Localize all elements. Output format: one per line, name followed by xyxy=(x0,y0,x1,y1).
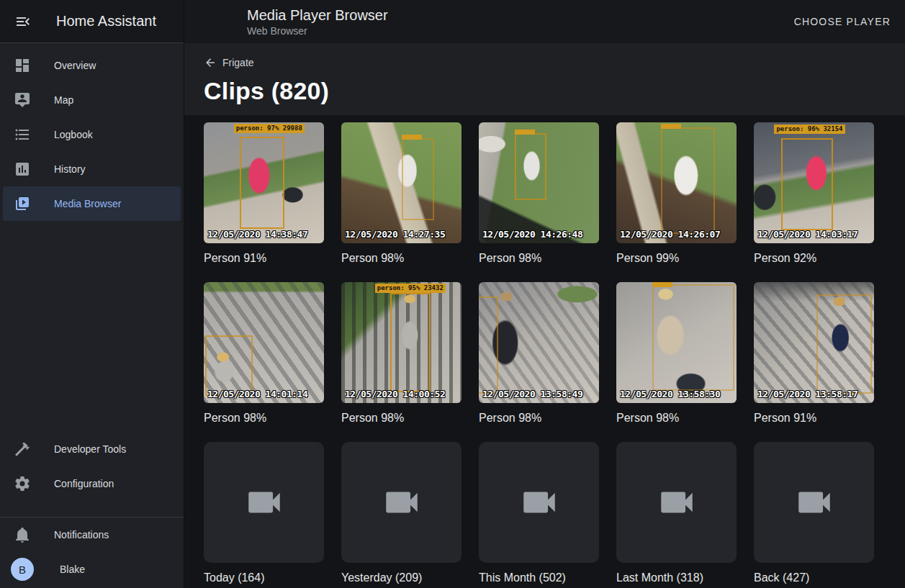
sidebar-item-label: Media Browser xyxy=(54,198,121,209)
folder-caption: This Month (502) xyxy=(479,570,599,586)
clip-thumbnail: 12/05/2020 13:58:17 xyxy=(754,282,874,403)
clip-item[interactable]: 12/05/2020 14:01:14 Person 98% xyxy=(204,282,324,426)
topbar: Media Player Browser Web Browser CHOOSE … xyxy=(184,0,905,43)
sidebar-item-label: Logbook xyxy=(54,129,93,140)
clip-timestamp: 12/05/2020 13:58:49 xyxy=(482,389,582,399)
folder-caption: Yesterday (209) xyxy=(341,570,461,586)
sidebar-item-configuration[interactable]: Configuration xyxy=(0,466,184,501)
folder-item-yesterday[interactable]: Yesterday (209) xyxy=(341,442,461,586)
sidebar-item-history[interactable]: History xyxy=(0,152,184,186)
clip-item[interactable]: 12/05/2020 14:26:48 Person 98% xyxy=(479,122,599,266)
sidebar-item-label: Map xyxy=(54,94,73,106)
clip-thumbnail: 12/05/2020 14:26:48 xyxy=(479,122,599,243)
format-list-bulleted-icon xyxy=(14,126,31,143)
menu-open-icon xyxy=(14,13,32,30)
clip-caption: Person 98% xyxy=(204,410,324,426)
video-icon xyxy=(656,481,698,523)
video-icon xyxy=(793,481,835,523)
folder-caption: Last Month (318) xyxy=(616,570,737,586)
detection-label xyxy=(661,124,681,129)
clip-thumbnail: 12/05/2020 13:58:30 xyxy=(616,282,737,403)
page-subtitle: Web Browser xyxy=(247,25,388,37)
detection-label xyxy=(515,130,535,135)
folder-item-back[interactable]: Back (427) xyxy=(754,442,874,586)
clip-caption: Person 92% xyxy=(754,250,874,266)
sidebar-item-label: Notifications xyxy=(54,529,109,540)
clip-timestamp: 12/05/2020 14:03:17 xyxy=(757,229,857,240)
folder-item-this-month[interactable]: This Month (502) xyxy=(479,442,599,586)
chart-box-icon xyxy=(14,160,31,178)
sidebar-item-label: Overview xyxy=(54,60,96,71)
sidebar-item-notifications[interactable]: Notifications xyxy=(0,517,184,552)
main-area: Media Player Browser Web Browser CHOOSE … xyxy=(184,0,905,588)
view-dashboard-icon xyxy=(14,57,31,74)
detection-label: person: 95% 23432 xyxy=(375,284,446,293)
detection-label: person: 97% 29988 xyxy=(234,124,305,133)
detection-label xyxy=(652,282,672,287)
folder-tile xyxy=(616,442,737,563)
cog-icon xyxy=(14,475,31,492)
clip-timestamp: 12/05/2020 14:27:35 xyxy=(345,229,445,240)
sidebar-item-logbook[interactable]: Logbook xyxy=(0,117,184,152)
hammer-icon xyxy=(14,440,31,458)
sidebar-item-label: Developer Tools xyxy=(54,443,126,455)
sidebar-footer: Developer Tools Configuration Notificati… xyxy=(0,432,184,587)
clip-thumbnail: 12/05/2020 14:01:14 xyxy=(204,282,324,403)
sidebar-item-overview[interactable]: Overview xyxy=(0,48,184,83)
folder-tile xyxy=(479,442,599,563)
detection-label: person: 96% 32154 xyxy=(774,125,845,134)
breadcrumb[interactable]: Frigate xyxy=(204,56,254,69)
folder-item-last-month[interactable]: Last Month (318) xyxy=(616,442,737,586)
app-window: Home Assistant Overview Map Logbook Hist… xyxy=(0,0,905,588)
sidebar-item-profile[interactable]: B Blake xyxy=(0,552,184,587)
view-header: Frigate Clips (820) xyxy=(184,43,905,115)
clip-item[interactable]: 12/05/2020 13:58:17 Person 91% xyxy=(754,282,874,426)
user-name: Blake xyxy=(60,564,85,575)
detection-bounding-box xyxy=(515,133,546,199)
clip-item[interactable]: 12/05/2020 14:26:07 Person 99% xyxy=(616,122,737,266)
clip-thumbnail: person: 96% 32154 12/05/2020 14:03:17 xyxy=(754,122,874,243)
detection-bounding-box xyxy=(781,138,833,230)
clip-item[interactable]: 12/05/2020 13:58:30 Person 98% xyxy=(616,282,737,426)
sidebar-item-map[interactable]: Map xyxy=(0,83,184,117)
detection-bounding-box xyxy=(816,294,872,394)
choose-player-button[interactable]: CHOOSE PLAYER xyxy=(794,10,891,33)
clip-thumbnail: person: 97% 29988 12/05/2020 14:38:47 xyxy=(204,122,324,243)
media-content: person: 97% 29988 12/05/2020 14:38:47 Pe… xyxy=(184,115,905,588)
clip-caption: Person 98% xyxy=(616,410,737,426)
detection-bounding-box xyxy=(390,293,430,392)
folder-tile xyxy=(204,442,324,563)
page-title: Media Player Browser xyxy=(247,6,388,24)
sidebar-item-media-browser[interactable]: Media Browser xyxy=(3,186,181,221)
clip-item[interactable]: person: 97% 29988 12/05/2020 14:38:47 Pe… xyxy=(204,122,324,266)
clip-item[interactable]: 12/05/2020 14:27:35 Person 98% xyxy=(341,122,461,266)
detection-bounding-box xyxy=(402,138,434,220)
clip-thumbnail: 12/05/2020 13:58:49 xyxy=(479,282,599,403)
clip-caption: Person 98% xyxy=(341,410,461,426)
clip-timestamp: 12/05/2020 14:26:07 xyxy=(620,229,720,240)
bell-icon xyxy=(14,526,31,543)
clip-caption: Person 99% xyxy=(616,250,737,266)
clip-thumbnail: 12/05/2020 14:27:35 xyxy=(341,122,461,243)
view-title: Clips (820) xyxy=(204,77,905,105)
clip-caption: Person 98% xyxy=(479,410,599,426)
sidebar-toggle-button[interactable] xyxy=(14,13,32,30)
folder-tile xyxy=(341,442,461,563)
sidebar-nav: Overview Map Logbook History Media Brows… xyxy=(0,43,184,221)
sidebar-item-developer-tools[interactable]: Developer Tools xyxy=(0,432,184,466)
clip-timestamp: 12/05/2020 13:58:30 xyxy=(620,389,720,399)
breadcrumb-label: Frigate xyxy=(222,57,254,68)
video-icon xyxy=(518,481,560,523)
play-box-multiple-icon xyxy=(14,195,31,212)
folder-item-today[interactable]: Today (164) xyxy=(204,442,324,586)
sidebar-item-label: Configuration xyxy=(54,478,114,489)
video-icon xyxy=(381,481,423,523)
app-title: Home Assistant xyxy=(56,13,156,30)
sidebar-header: Home Assistant xyxy=(0,0,184,43)
clip-timestamp: 12/05/2020 14:01:14 xyxy=(207,389,307,399)
clip-item[interactable]: person: 95% 23432 12/05/2020 14:00:52 Pe… xyxy=(341,282,461,426)
clip-caption: Person 91% xyxy=(204,250,324,266)
clip-item[interactable]: person: 96% 32154 12/05/2020 14:03:17 Pe… xyxy=(754,122,874,266)
clip-item[interactable]: 12/05/2020 13:58:49 Person 98% xyxy=(479,282,599,426)
avatar-initial: B xyxy=(19,564,26,576)
